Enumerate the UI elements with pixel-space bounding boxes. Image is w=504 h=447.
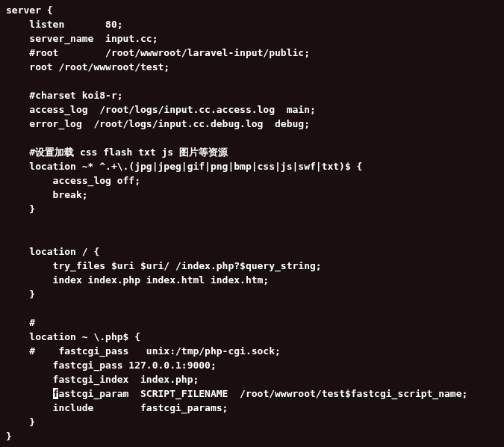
code-line: fastcgi_param SCRIPT_FILENAME /root/wwwr…	[6, 388, 467, 399]
code-line: break;	[6, 189, 88, 200]
code-line: #	[6, 317, 35, 328]
code-text	[6, 388, 53, 399]
code-line: access_log /root/logs/input.cc.access.lo…	[6, 104, 316, 115]
code-line: root /root/wwwroot/test;	[6, 61, 169, 73]
code-line: }	[6, 416, 35, 428]
code-line: include fastcgi_params;	[6, 402, 228, 413]
code-line: }	[6, 203, 35, 215]
code-line: server {	[6, 4, 53, 16]
code-line: fastcgi_index index.php;	[6, 374, 199, 385]
code-line: server_name input.cc;	[6, 33, 158, 44]
code-line: location ~ \.php$ {	[6, 331, 140, 342]
code-line: }	[6, 431, 12, 442]
code-line: error_log /root/logs/input.cc.debug.log …	[6, 118, 310, 129]
code-line: }	[6, 289, 35, 300]
code-line: # fastcgi_pass unix:/tmp/php-cgi.sock;	[6, 345, 281, 357]
code-line: index index.php index.html index.htm;	[6, 274, 269, 286]
code-line: #设置加载 css flash txt js 图片等资源	[6, 147, 228, 158]
code-line: location / {	[6, 246, 99, 257]
code-line: fastcgi_pass 127.0.0.1:9000;	[6, 360, 217, 371]
nginx-config-code: server { listen 80; server_name input.cc…	[0, 0, 504, 446]
code-line: listen 80;	[6, 19, 123, 30]
code-line: location ~* ^.+\.(jpg|jpeg|gif|png|bmp|c…	[6, 161, 362, 172]
code-line: #root /root/wwwroot/laravel-input/public…	[6, 47, 310, 58]
code-line: access_log off;	[6, 175, 140, 186]
code-line: try_files $uri $uri/ /index.php?$query_s…	[6, 260, 322, 271]
code-line: #charset koi8-r;	[6, 90, 123, 101]
code-text: astcgi_param SCRIPT_FILENAME /root/wwwro…	[58, 388, 467, 399]
